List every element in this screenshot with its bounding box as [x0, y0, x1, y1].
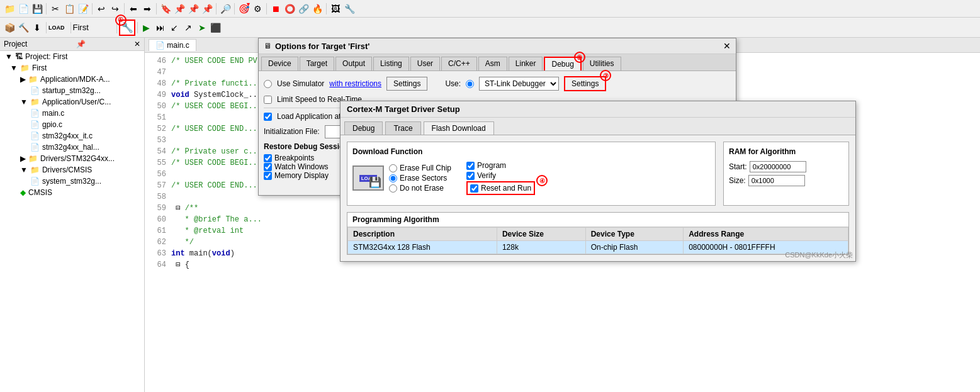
erase-full-chip-label: Erase Full Chip	[400, 164, 451, 172]
ram-start-input[interactable]	[750, 161, 806, 172]
toolbar-pin1-btn[interactable]: 📌	[172, 2, 186, 16]
use-simulator-radio[interactable]	[264, 80, 272, 88]
toolbar-save-btn[interactable]: 💾	[30, 2, 44, 16]
download-function-title: Download Function	[352, 147, 710, 156]
memory-display-checkbox[interactable]	[264, 172, 272, 180]
breakpoints-checkbox[interactable]	[264, 154, 272, 162]
sidebar-item-drivers-stm32[interactable]: ▶ 📁 Drivers/STM32G4xx...	[0, 153, 144, 164]
erase-full-chip-item: Erase Full Chip	[389, 164, 451, 172]
toolbar-stop-btn[interactable]: ⏹	[269, 2, 283, 16]
appmdka-expand-icon: ▶	[20, 75, 26, 84]
cortex-dialog: Cortex-M Target Driver Setup Debug Trace…	[340, 101, 856, 262]
toolbar-settings-btn[interactable]: 🔧	[342, 2, 356, 16]
cortex-tab-trace[interactable]: Trace	[385, 121, 420, 135]
ram-size-input[interactable]	[748, 175, 805, 186]
erase-full-chip-radio[interactable]	[389, 164, 397, 172]
options-dialog-close-btn[interactable]: ✕	[723, 41, 731, 51]
sidebar-item-startup[interactable]: 📄 startup_stm32g...	[0, 85, 144, 96]
toolbar-undo-btn[interactable]: ↩	[94, 2, 108, 16]
toolbar-extra1-btn[interactable]: ⚙	[251, 2, 264, 16]
sidebar-item-itc[interactable]: 📄 stm32g4xx_it.c	[0, 130, 144, 142]
toolbar-fire-btn[interactable]: 🔥	[310, 2, 324, 16]
sidebar-pin-icon[interactable]: 📌	[76, 40, 86, 48]
limit-speed-checkbox[interactable]	[264, 96, 272, 104]
sidebar-item-appmdka[interactable]: ▶ 📁 Application/MDK-A...	[0, 74, 144, 85]
toolbar2-step-out-btn[interactable]: ↗	[181, 21, 195, 35]
sidebar-item-gpioc[interactable]: 📄 gpio.c	[0, 119, 144, 130]
toolbar-paste-btn[interactable]: 📝	[76, 2, 90, 16]
sidebar-item-drivers-cmsis[interactable]: ▼ 📁 Drivers/CMSIS	[0, 164, 144, 176]
sidebar-item-project[interactable]: ▼ 🏗 Project: First	[0, 51, 144, 62]
watch-windows-checkbox[interactable]	[264, 163, 272, 171]
do-not-erase-radio[interactable]	[389, 184, 397, 193]
load-app-checkbox[interactable]	[264, 113, 272, 121]
toolbar-cut-btn[interactable]: ✂	[48, 2, 62, 16]
toolbar2-stop-debug-btn[interactable]: ⬛	[209, 21, 223, 35]
toolbar-redo-btn[interactable]: ↪	[108, 2, 122, 16]
sidebar-item-halc[interactable]: 📄 stm32g4xx_hal...	[0, 142, 144, 153]
toolbar2-build-btn[interactable]: 📦	[3, 21, 16, 35]
sep8	[326, 3, 327, 14]
verify-checkbox[interactable]	[466, 172, 475, 180]
tab-device[interactable]: Device	[261, 57, 298, 70]
drivers-stm32-folder-icon: 📁	[28, 154, 38, 163]
toolbar-pin3-btn[interactable]: 📌	[200, 2, 214, 16]
toolbar2-step-in-btn[interactable]: ↙	[167, 21, 181, 35]
toolbar2-step-over-btn[interactable]: ⏭	[154, 21, 167, 35]
do-not-erase-item: Do not Erase	[389, 184, 451, 193]
table-header-row: Description Device Size Device Type Addr…	[348, 228, 848, 241]
toolbar-copy-btn[interactable]: 📋	[62, 2, 76, 16]
drivers-cmsis-expand-icon: ▼	[20, 165, 28, 174]
toolbar-target-btn[interactable]: 🎯 ▼	[237, 2, 251, 16]
tab-mainc[interactable]: 📄 main.c	[149, 39, 196, 51]
use-debugger-radio[interactable]	[466, 80, 474, 88]
toolbar-pin2-btn[interactable]: 📌	[186, 2, 200, 16]
cortex-tab-flash-download[interactable]: Flash Download	[424, 121, 494, 135]
tab-utilities[interactable]: Utilities	[583, 57, 621, 70]
toolbar-chain-btn[interactable]: 🔗	[296, 2, 310, 16]
sidebar-item-system-stm32g[interactable]: 📄 system_stm32g...	[0, 176, 144, 187]
tab-linker[interactable]: Linker	[509, 57, 543, 70]
toolbar2-download-btn[interactable]: ⬇	[30, 21, 44, 35]
toolbar-search-btn[interactable]: 🔎	[218, 2, 232, 16]
prog-algo-table: Description Device Size Device Type Addr…	[347, 227, 848, 254]
toolbar2-run-to-cursor-btn[interactable]: ➤	[195, 21, 209, 35]
toolbar-open-btn[interactable]: 📄	[16, 2, 30, 16]
tab-debug[interactable]: ② Debug	[544, 57, 581, 70]
settings-btn1[interactable]: Settings	[386, 77, 427, 91]
appmdka-folder-icon: 📁	[28, 75, 38, 84]
toolbar-fwd-btn[interactable]: ➡	[140, 2, 154, 16]
cortex-tab-debug[interactable]: Debug	[344, 121, 383, 135]
cell-device-size: 128k	[497, 241, 585, 254]
mainc-file-icon: 📄	[30, 109, 40, 118]
sidebar-close-icon[interactable]: ✕	[134, 40, 140, 48]
toolbar-bookmark-btn[interactable]: 🔖	[159, 2, 172, 16]
toolbar-back-btn[interactable]: ⬅	[127, 2, 140, 16]
tab-listing[interactable]: Listing	[373, 57, 409, 70]
erase-sectors-radio[interactable]	[389, 174, 397, 182]
sidebar-item-cmsis[interactable]: ◆ CMSIS	[0, 187, 144, 198]
sidebar-item-first[interactable]: ▼ 📁 First	[0, 62, 144, 74]
sidebar-item-mainc[interactable]: 📄 main.c	[0, 108, 144, 119]
tab-cpp[interactable]: C/C++	[441, 57, 477, 70]
tab-asm[interactable]: Asm	[478, 57, 507, 70]
toolbar-new-btn[interactable]: 📁	[3, 2, 16, 16]
reset-run-checkbox[interactable]	[470, 184, 478, 193]
toolbar-circle-btn[interactable]: ⭕	[283, 2, 296, 16]
toolbar2-rebuild-btn[interactable]: 🔨	[16, 21, 30, 35]
debugger-select[interactable]: ST-Link Debugger	[479, 77, 559, 91]
tab-output[interactable]: Output	[335, 57, 372, 70]
watch-windows-label: Watch Windows	[274, 162, 329, 171]
erase-radio-group: Erase Full Chip Erase Sectors Do not Era…	[389, 164, 451, 193]
toolbar-window-btn[interactable]: 🖼	[329, 2, 342, 16]
with-restrictions-link[interactable]: with restrictions	[329, 79, 381, 88]
options-dialog-icon: 🖥	[264, 42, 271, 50]
sidebar-title: Project	[4, 40, 27, 48]
tab-target[interactable]: Target	[300, 57, 334, 70]
toolbar2-start-debug-btn[interactable]: ▶	[140, 21, 154, 35]
table-row[interactable]: STM32G4xx 128 Flash 128k On-chip Flash 0…	[348, 241, 848, 254]
tab-user[interactable]: User	[410, 57, 440, 70]
program-checkbox[interactable]	[466, 162, 475, 170]
sep9	[46, 22, 47, 33]
sidebar-item-appuser[interactable]: ▼ 📁 Application/User/C...	[0, 96, 144, 108]
